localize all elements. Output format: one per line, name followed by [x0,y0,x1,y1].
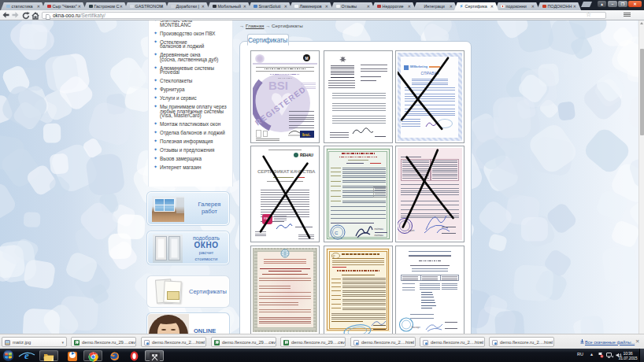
svg-text:P: P [333,254,335,258]
svg-text:C: C [335,231,339,235]
svg-text:BSI: BSI [268,79,288,92]
